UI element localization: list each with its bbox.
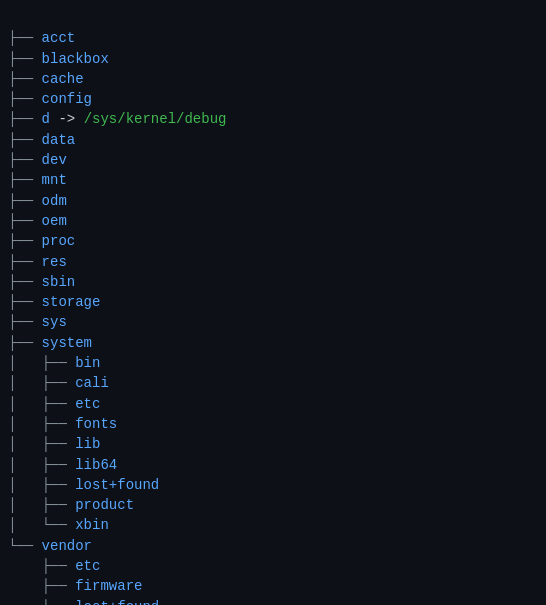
- list-item: ├── config: [8, 89, 538, 109]
- list-item: ├── lost+found: [8, 597, 538, 605]
- dir-name: cache: [42, 69, 84, 89]
- tree-connector: ├──: [8, 89, 42, 109]
- list-item: ├── cache: [8, 69, 538, 89]
- dir-name: d: [42, 109, 50, 129]
- list-item: ├── storage: [8, 292, 538, 312]
- tree-output: ├── acct├── blackbox├── cache├── config├…: [8, 28, 538, 605]
- list-item: ├── sbin: [8, 272, 538, 292]
- tree-connector: ├──: [8, 69, 42, 89]
- list-item: │ ├── etc: [8, 394, 538, 414]
- tree-connector: ├──: [42, 576, 76, 596]
- dir-name: xbin: [75, 515, 109, 535]
- dir-name: product: [75, 495, 134, 515]
- tree-connector: ├──: [8, 252, 42, 272]
- tree-indent: │: [8, 353, 42, 373]
- dir-name: mnt: [42, 170, 67, 190]
- tree-connector: ├──: [8, 333, 42, 353]
- list-item: │ ├── lost+found: [8, 475, 538, 495]
- dir-name: dev: [42, 150, 67, 170]
- tree-indent: │: [8, 455, 42, 475]
- tree-connector: ├──: [42, 455, 76, 475]
- tree-indent: │: [8, 373, 42, 393]
- tree-connector: ├──: [42, 597, 76, 605]
- tree-connector: └──: [42, 515, 76, 535]
- list-item: │ ├── bin: [8, 353, 538, 373]
- dir-name: etc: [75, 556, 100, 576]
- tree-connector: ├──: [8, 150, 42, 170]
- list-item: ├── etc: [8, 556, 538, 576]
- list-item: └── vendor: [8, 536, 538, 556]
- dir-name: acct: [42, 28, 76, 48]
- list-item: ├── data: [8, 130, 538, 150]
- tree-connector: ├──: [8, 130, 42, 150]
- list-item: │ ├── lib: [8, 434, 538, 454]
- list-item: │ ├── fonts: [8, 414, 538, 434]
- tree-connector: ├──: [42, 394, 76, 414]
- dir-name: proc: [42, 231, 76, 251]
- list-item: ├── oem: [8, 211, 538, 231]
- tree-connector: ├──: [42, 414, 76, 434]
- tree-indent: │: [8, 475, 42, 495]
- tree-connector: ├──: [42, 373, 76, 393]
- dir-name: blackbox: [42, 49, 109, 69]
- tree-connector: ├──: [8, 231, 42, 251]
- list-item: ├── sys: [8, 312, 538, 332]
- dir-name: fonts: [75, 414, 117, 434]
- dir-name: lost+found: [75, 597, 159, 605]
- list-item: ├── dev: [8, 150, 538, 170]
- list-item: ├── system: [8, 333, 538, 353]
- dir-name: bin: [75, 353, 100, 373]
- dir-name: config: [42, 89, 92, 109]
- tree-connector: ├──: [8, 28, 42, 48]
- symlink-target: /sys/kernel/debug: [84, 109, 227, 129]
- dir-name: vendor: [42, 536, 92, 556]
- dir-name: data: [42, 130, 76, 150]
- tree-connector: ├──: [8, 49, 42, 69]
- list-item: ├── blackbox: [8, 49, 538, 69]
- tree-connector: ├──: [8, 272, 42, 292]
- dir-name: firmware: [75, 576, 142, 596]
- tree-indent: [8, 576, 42, 596]
- dir-name: lib: [75, 434, 100, 454]
- dir-name: lost+found: [75, 475, 159, 495]
- tree-connector: ├──: [8, 312, 42, 332]
- symlink-arrow: ->: [50, 109, 84, 129]
- list-item: │ ├── product: [8, 495, 538, 515]
- list-item: ├── firmware: [8, 576, 538, 596]
- list-item: ├── res: [8, 252, 538, 272]
- tree-connector: ├──: [42, 495, 76, 515]
- tree-connector: ├──: [8, 109, 42, 129]
- dir-name: sbin: [42, 272, 76, 292]
- list-item: ├── d -> /sys/kernel/debug: [8, 109, 538, 129]
- tree-connector: ├──: [8, 191, 42, 211]
- dir-name: odm: [42, 191, 67, 211]
- list-item: ├── proc: [8, 231, 538, 251]
- prompt-line: [8, 6, 538, 26]
- tree-connector: ├──: [8, 292, 42, 312]
- dir-name: sys: [42, 312, 67, 332]
- dir-name: oem: [42, 211, 67, 231]
- terminal-window: ├── acct├── blackbox├── cache├── config├…: [8, 6, 538, 605]
- dir-name: system: [42, 333, 92, 353]
- list-item: ├── acct: [8, 28, 538, 48]
- list-item: ├── mnt: [8, 170, 538, 190]
- tree-indent: │: [8, 394, 42, 414]
- dir-name: lib64: [75, 455, 117, 475]
- tree-connector: ├──: [42, 434, 76, 454]
- tree-indent: [8, 556, 42, 576]
- dir-name: cali: [75, 373, 109, 393]
- list-item: │ ├── cali: [8, 373, 538, 393]
- list-item: │ ├── lib64: [8, 455, 538, 475]
- tree-connector: ├──: [42, 353, 76, 373]
- dir-name: storage: [42, 292, 101, 312]
- tree-connector: ├──: [8, 211, 42, 231]
- tree-connector: └──: [8, 536, 42, 556]
- tree-indent: │: [8, 434, 42, 454]
- list-item: │ └── xbin: [8, 515, 538, 535]
- tree-connector: ├──: [8, 170, 42, 190]
- tree-indent: [8, 597, 42, 605]
- tree-connector: ├──: [42, 556, 76, 576]
- dir-name: etc: [75, 394, 100, 414]
- tree-connector: ├──: [42, 475, 76, 495]
- list-item: ├── odm: [8, 191, 538, 211]
